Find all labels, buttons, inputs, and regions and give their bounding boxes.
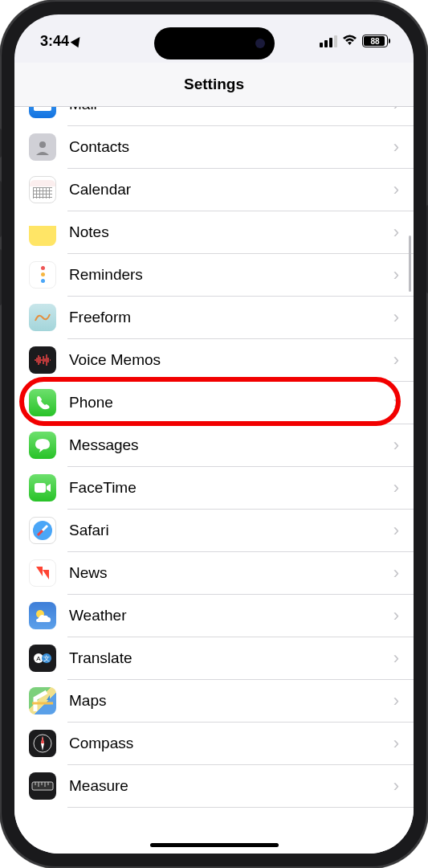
settings-row-phone[interactable]: Phone › xyxy=(14,381,414,424)
svg-text:文: 文 xyxy=(43,655,50,662)
volume-up-button xyxy=(0,181,2,237)
chevron-right-icon: › xyxy=(393,435,414,456)
scroll-indicator xyxy=(409,235,411,292)
row-label: Notes xyxy=(56,223,393,241)
settings-row-reminders[interactable]: Reminders › xyxy=(14,253,414,296)
settings-row-facetime[interactable]: FaceTime › xyxy=(14,466,414,509)
measure-icon xyxy=(29,772,56,800)
row-label: News xyxy=(56,564,393,582)
maps-icon xyxy=(29,687,56,714)
row-label: FaceTime xyxy=(56,479,393,497)
battery-percent: 88 xyxy=(370,37,379,46)
cellular-signal-icon xyxy=(320,35,337,47)
page-title: Settings xyxy=(184,76,244,93)
freeform-icon xyxy=(29,304,56,331)
chevron-right-icon: › xyxy=(393,350,414,371)
svg-text:A: A xyxy=(36,655,41,662)
battery-icon: 88 xyxy=(362,35,388,47)
chevron-right-icon: › xyxy=(393,690,414,711)
screen: 3:44 88 Settings xyxy=(14,14,414,854)
settings-row-weather[interactable]: Weather › xyxy=(14,594,414,637)
wifi-icon xyxy=(342,33,357,50)
svg-rect-0 xyxy=(34,107,51,111)
safari-icon xyxy=(29,517,56,544)
settings-row-mail[interactable]: Mail › xyxy=(14,107,414,125)
calendar-icon xyxy=(29,176,56,203)
contacts-icon xyxy=(29,133,56,161)
row-label: Compass xyxy=(56,735,393,752)
home-indicator[interactable] xyxy=(150,843,279,847)
row-label: Messages xyxy=(56,436,393,454)
messages-icon xyxy=(29,432,56,459)
row-label: Maps xyxy=(56,692,393,710)
reminders-icon xyxy=(29,261,56,289)
phone-icon xyxy=(29,389,56,416)
nav-header: Settings xyxy=(14,63,414,107)
row-label: Calendar xyxy=(56,181,393,199)
settings-row-contacts[interactable]: Contacts › xyxy=(14,125,414,168)
weather-icon xyxy=(29,602,56,629)
settings-row-freeform[interactable]: Freeform › xyxy=(14,296,414,338)
status-time: 3:44 xyxy=(40,33,69,50)
translate-icon: A文 xyxy=(29,645,56,672)
chevron-right-icon: › xyxy=(393,776,414,796)
row-label: Translate xyxy=(56,649,393,667)
settings-row-notes[interactable]: Notes › xyxy=(14,211,414,253)
chevron-right-icon: › xyxy=(393,107,414,115)
row-label: Freeform xyxy=(56,309,393,326)
mail-icon xyxy=(29,107,56,118)
chevron-right-icon: › xyxy=(393,733,414,754)
svg-point-1 xyxy=(39,141,46,148)
settings-row-safari[interactable]: Safari › xyxy=(14,509,414,551)
chevron-right-icon: › xyxy=(393,137,414,158)
dynamic-island xyxy=(154,27,275,59)
settings-row-voice-memos[interactable]: Voice Memos › xyxy=(14,338,414,381)
chevron-right-icon: › xyxy=(393,648,414,669)
news-icon xyxy=(29,559,56,587)
chevron-right-icon: › xyxy=(393,520,414,541)
settings-row-maps[interactable]: Maps › xyxy=(14,679,414,722)
settings-row-translate[interactable]: A文 Translate › xyxy=(14,637,414,679)
volume-down-button xyxy=(0,249,2,305)
settings-row-measure[interactable]: Measure › xyxy=(14,764,414,807)
mute-switch xyxy=(0,129,2,158)
row-label: Safari xyxy=(56,522,393,539)
phone-frame: 3:44 88 Settings xyxy=(0,0,428,868)
row-label: Mail xyxy=(56,107,393,113)
settings-row-news[interactable]: News › xyxy=(14,551,414,594)
facetime-icon xyxy=(29,474,56,502)
chevron-right-icon: › xyxy=(393,392,414,413)
location-icon xyxy=(71,35,84,48)
svg-rect-2 xyxy=(35,483,46,493)
chevron-right-icon: › xyxy=(393,605,414,626)
row-label: Reminders xyxy=(56,266,393,284)
settings-row-messages[interactable]: Messages › xyxy=(14,424,414,466)
settings-row-calendar[interactable]: Calendar › xyxy=(14,168,414,211)
chevron-right-icon: › xyxy=(393,477,414,498)
row-label: Voice Memos xyxy=(56,351,393,369)
chevron-right-icon: › xyxy=(393,179,414,200)
chevron-right-icon: › xyxy=(393,307,414,328)
settings-list: Mail › Contacts › xyxy=(14,107,414,807)
chevron-right-icon: › xyxy=(393,563,414,583)
row-label: Weather xyxy=(56,607,393,624)
settings-row-compass[interactable]: Compass › xyxy=(14,722,414,764)
settings-list-viewport[interactable]: Mail › Contacts › xyxy=(14,107,414,854)
row-label: Contacts xyxy=(56,138,393,156)
compass-icon xyxy=(29,730,56,757)
voice-memos-icon xyxy=(29,346,56,374)
row-label: Measure xyxy=(56,777,393,795)
row-label: Phone xyxy=(56,394,393,411)
notes-icon xyxy=(29,219,56,246)
